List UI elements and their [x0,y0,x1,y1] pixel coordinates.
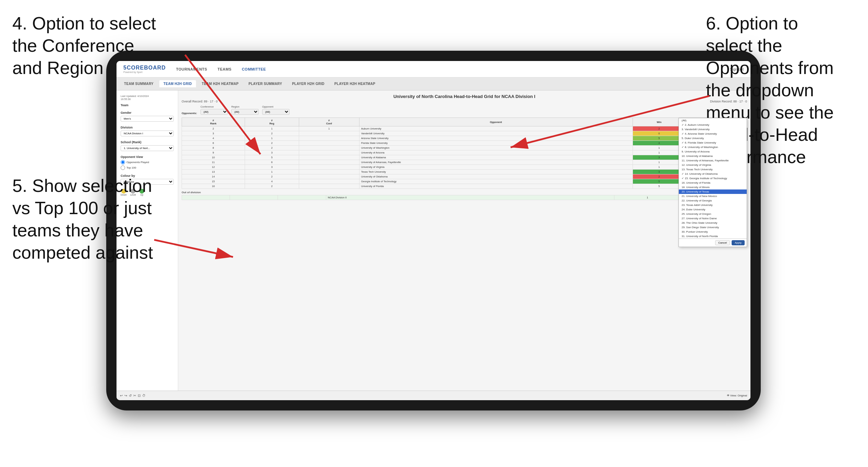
cell-reg: 4 [245,179,299,184]
dropdown-item[interactable]: 29. San Diego State University [679,225,747,230]
school-label: School (Rank) [121,140,174,144]
gender-section: Gender Men's [121,111,174,122]
radio-top-100-label: Top 100 [126,166,136,169]
apply-button[interactable]: Apply [732,240,745,245]
opponent-dropdown[interactable]: (All)✓ 2. Auburn University 3. Vanderbil… [678,118,747,247]
dropdown-item[interactable]: 22. University of Georgia [679,198,747,203]
cell-reg: 3 [245,150,299,155]
dropdown-item[interactable]: 30. Purdue University [679,230,747,234]
dropdown-item[interactable]: 20. University of Texas [679,189,747,194]
conference-select[interactable]: (All) [200,109,228,115]
cell-reg: 2 [245,141,299,146]
opponent-filter-label: Opponent [262,105,290,108]
table-row: 15 4 Georgia Institute of Technology 5 0 [182,179,747,184]
out-div-reg [230,195,278,200]
dropdown-item[interactable]: 11. University of Arkansas, Fayetteville [679,158,747,163]
table-row: 10 5 University of Alabama 3 0 [182,155,747,160]
subnav-team-h2h-heatmap[interactable]: TEAM H2H HEATMAP [198,80,243,87]
dropdown-item[interactable]: 21. University of New Mexico [679,194,747,198]
tablet-frame: 5COREBOARD Powered by Sport TOURNAMENTS … [106,51,761,410]
grid-title: University of North Carolina Head-to-Hea… [182,94,747,99]
out-div-win: 1 [614,195,681,200]
cell-reg: 6 [245,160,299,165]
table-row: 4 1 Arizona State University 5 1 [182,136,747,141]
cell-win: 1 [633,146,686,150]
timer-icon[interactable]: ⏱ [142,394,146,397]
dropdown-item[interactable]: 18. University of Illinois [679,185,747,189]
cell-reg: 2 [245,131,299,136]
cell-opponent: Texas Tech University [359,170,633,174]
cell-reg: 1 [245,170,299,174]
table-row: 9 3 University of Arizona 1 0 [182,150,747,155]
cell-conf [299,155,359,160]
cell-win: 5 [633,179,686,184]
dropdown-item[interactable]: ✓ 4. Arizona State University [679,132,747,136]
data-area: University of North Carolina Head-to-Hea… [178,90,750,391]
cancel-button[interactable]: Cancel [715,240,730,245]
nav-tournaments[interactable]: TOURNAMENTS [176,67,207,71]
subnav-player-h2h-heatmap[interactable]: PLAYER H2H HEATMAP [330,80,379,87]
dropdown-item[interactable]: 27. University of Notre Dame [679,216,747,221]
cell-rank: 8 [182,146,245,150]
tablet-screen: 5COREBOARD Powered by Sport TOURNAMENTS … [117,61,750,400]
dropdown-item[interactable]: ✓ 6. Florida State University [679,140,747,145]
subnav-team-h2h-grid[interactable]: TEAM H2H GRID [159,80,196,87]
dropdown-item[interactable]: 25. University of Oregon [679,212,747,216]
team-section: Team [121,103,174,107]
radio-top-100[interactable]: Top 100 [121,165,174,170]
cell-conf [299,141,359,146]
dropdown-item[interactable]: 24. Duke University [679,207,747,212]
out-div-conf [278,195,326,200]
gender-label: Gender [121,111,174,114]
dropdown-item[interactable]: 9. University of Arizona [679,149,747,154]
division-section: Division NCAA Division I [121,126,174,136]
cell-rank: 12 [182,165,245,170]
refresh-icon[interactable]: ↺ [129,394,132,397]
school-select[interactable]: 1. University of Nort... [121,145,174,151]
opponent-select[interactable]: (All) [262,109,290,115]
division-label: Division [121,126,174,129]
nav-teams[interactable]: TEAMS [218,67,232,71]
dropdown-item[interactable]: 31. University of North Florida [679,234,747,238]
cell-win: 1 [633,150,686,155]
subnav-player-summary[interactable]: PLAYER SUMMARY [244,80,286,87]
dropdown-item[interactable]: 23. Texas A&M University [679,203,747,207]
table-row: 8 2 University of Washington 1 0 [182,146,747,150]
radio-opponents-played[interactable]: Opponents Played [121,160,174,164]
region-filter-label: Region [231,105,259,108]
cell-win: 3 [633,155,686,160]
dropdown-item[interactable]: 10. University of Alabama [679,154,747,158]
dropdown-item[interactable]: ✓ 8. University of Washington [679,145,747,149]
cell-conf: 1 [299,126,359,131]
region-select[interactable]: (All) [231,109,259,115]
scissors-icon[interactable]: ✂ [133,394,136,397]
cell-win: 5 [633,184,686,189]
subnav-player-h2h-grid[interactable]: PLAYER H2H GRID [288,80,329,87]
nav-committee[interactable]: COMMITTEE [242,67,266,71]
dropdown-item[interactable]: 12. University of Virginia [679,163,747,167]
school-section: School (Rank) 1. University of Nort... [121,140,174,151]
dropdown-item[interactable]: ✓ 14. University of Oklahoma [679,172,747,176]
dropdown-item[interactable]: 16. University of Florida [679,181,747,185]
dropdown-item[interactable]: 3. Vanderbilt University [679,127,747,132]
cell-opponent: Georgia Institute of Technology [359,179,633,184]
cell-opponent: University of Arizona [359,150,633,155]
copy-icon[interactable]: ⊡ [138,394,140,397]
undo-icon[interactable]: ↩ [120,394,123,397]
col-rank: #Rank [182,118,245,126]
gender-select[interactable]: Men's [121,116,174,122]
dropdown-item[interactable]: ✓ 2. Auburn University [679,123,747,127]
subnav-team-summary[interactable]: TEAM SUMMARY [120,80,158,87]
radio-group: Opponents Played Top 100 [121,160,174,170]
division-select[interactable]: NCAA Division I [121,131,174,136]
cell-rank: 15 [182,179,245,184]
dropdown-item[interactable]: ✓ 15. Georgia Institute of Technology [679,176,747,181]
table-row: 12 3 University of Virginia 1 0 [182,165,747,170]
dropdown-item[interactable]: 13. Texas Tech University [679,167,747,172]
dropdown-item[interactable]: 5. Duke University [679,136,747,140]
table-row: 2 1 1 Auburn University 2 1 [182,126,747,131]
cell-win: 1 [633,160,686,165]
dropdown-item[interactable]: (All) [679,118,747,123]
redo-icon[interactable]: ↪ [124,394,127,397]
dropdown-item[interactable]: 28. The Ohio State University [679,221,747,225]
